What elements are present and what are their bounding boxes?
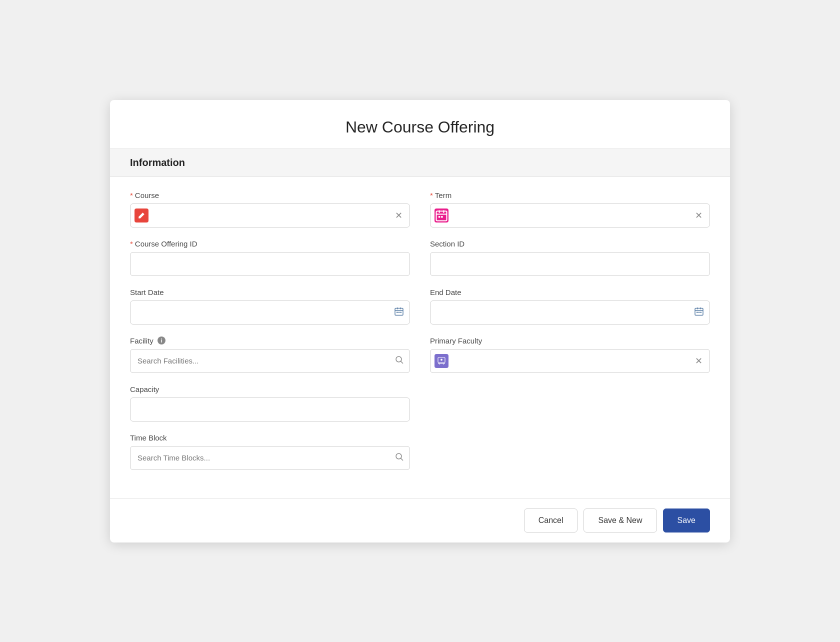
course-input-wrapper[interactable]: Anatomy ✕ [130, 204, 410, 228]
form-row-capacity: Capacity [130, 385, 710, 422]
start-date-label: Start Date [130, 288, 410, 296]
course-label: * Course [130, 191, 410, 200]
term-icon [434, 208, 448, 222]
modal-header: New Course Offering [110, 100, 730, 148]
facility-input-wrapper [130, 349, 410, 373]
course-label-text: Course [135, 191, 159, 200]
facility-label: Facility i [130, 336, 410, 345]
section-id-label-text: Section ID [430, 240, 464, 248]
facility-search-input[interactable] [130, 349, 410, 373]
faculty-icon [434, 354, 448, 368]
term-clear-button[interactable]: ✕ [694, 210, 704, 221]
new-course-offering-modal: New Course Offering Information * Course [110, 100, 730, 542]
term-input[interactable]: Fall 2020 [452, 211, 690, 220]
section-header: Information [110, 148, 730, 177]
time-block-label: Time Block [130, 434, 410, 442]
facility-label-text: Facility [130, 336, 154, 345]
form-row-facility-faculty: Facility i Primary Faculty [130, 336, 710, 373]
primary-faculty-label: Primary Faculty [430, 336, 710, 345]
course-offering-id-input[interactable]: SCI 211 - FALL 2020 [130, 252, 410, 276]
facility-info-icon: i [158, 336, 166, 344]
end-date-field-group: End Date 12/18/2020 [430, 288, 710, 324]
offering-id-required-star: * [130, 240, 133, 248]
primary-faculty-label-text: Primary Faculty [430, 336, 482, 345]
course-input[interactable]: Anatomy [152, 211, 390, 220]
save-new-button[interactable]: Save & New [584, 508, 656, 532]
facility-field-group: Facility i [130, 336, 410, 373]
time-block-wrapper [130, 446, 410, 470]
time-block-field-group: Time Block [130, 434, 410, 470]
term-label: * Term [430, 191, 710, 200]
section-id-label: Section ID [430, 240, 710, 248]
section-id-input[interactable] [430, 252, 710, 276]
capacity-field-group: Capacity [130, 385, 410, 422]
cancel-button[interactable]: Cancel [524, 508, 578, 532]
section-id-field-group: Section ID [430, 240, 710, 276]
svg-rect-4 [438, 216, 440, 218]
capacity-input[interactable] [130, 398, 410, 422]
form-body: * Course Anatomy ✕ * Term [110, 177, 730, 498]
end-date-input[interactable]: 12/18/2020 [430, 300, 710, 324]
svg-rect-5 [441, 216, 443, 218]
course-offering-id-label-text: Course Offering ID [135, 240, 198, 248]
course-offering-id-field-group: * Course Offering ID SCI 211 - FALL 2020 [130, 240, 410, 276]
section-title: Information [130, 157, 185, 168]
term-field-group: * Term Fall 2020 [430, 191, 710, 228]
form-row-course-term: * Course Anatomy ✕ * Term [130, 191, 710, 228]
modal-footer: Cancel Save & New Save [110, 498, 730, 542]
term-label-text: Term [435, 191, 452, 200]
course-icon [134, 208, 148, 222]
form-row-dates: Start Date 8/24/2020 [130, 288, 710, 324]
start-date-field-group: Start Date 8/24/2020 [130, 288, 410, 324]
time-block-spacer [430, 434, 710, 470]
primary-faculty-input[interactable]: Katrina Watson [452, 356, 690, 365]
end-date-wrapper: 12/18/2020 [430, 300, 710, 324]
end-date-label-text: End Date [430, 288, 462, 296]
form-row-time-block: Time Block [130, 434, 710, 470]
form-row-offering-section: * Course Offering ID SCI 211 - FALL 2020… [130, 240, 710, 276]
time-block-search-input[interactable] [130, 446, 410, 470]
course-required-star: * [130, 191, 133, 200]
start-date-input[interactable]: 8/24/2020 [130, 300, 410, 324]
capacity-label: Capacity [130, 385, 410, 394]
course-offering-id-label: * Course Offering ID [130, 240, 410, 248]
primary-faculty-input-wrapper[interactable]: Katrina Watson ✕ [430, 349, 710, 373]
end-date-label: End Date [430, 288, 710, 296]
term-input-wrapper[interactable]: Fall 2020 ✕ [430, 204, 710, 228]
start-date-label-text: Start Date [130, 288, 164, 296]
capacity-spacer [430, 385, 710, 422]
page-title: New Course Offering [130, 118, 710, 136]
term-required-star: * [430, 191, 433, 200]
course-clear-button[interactable]: ✕ [394, 210, 404, 221]
primary-faculty-clear-button[interactable]: ✕ [694, 356, 704, 366]
primary-faculty-field-group: Primary Faculty Katrina Watson ✕ [430, 336, 710, 373]
course-field-group: * Course Anatomy ✕ [130, 191, 410, 228]
save-button[interactable]: Save [663, 508, 710, 532]
capacity-label-text: Capacity [130, 385, 159, 394]
start-date-wrapper: 8/24/2020 [130, 300, 410, 324]
time-block-label-text: Time Block [130, 434, 167, 442]
svg-point-26 [440, 358, 442, 360]
